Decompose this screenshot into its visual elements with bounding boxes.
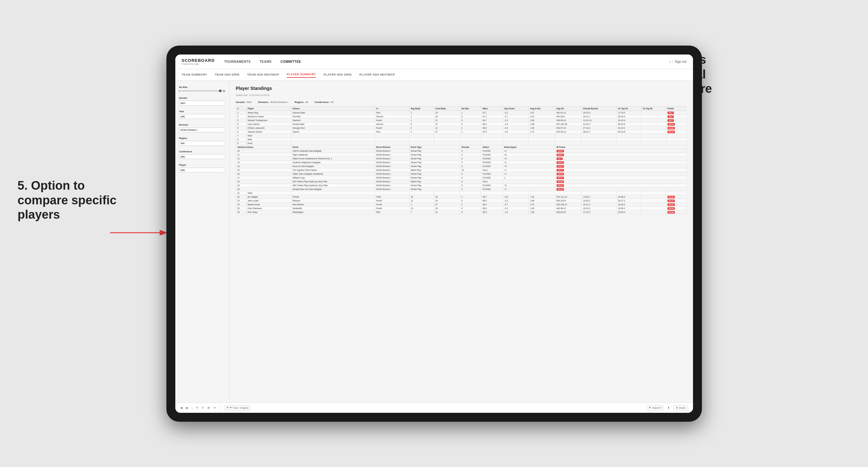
year-label: Year xyxy=(179,110,225,113)
th-adj-score: Adj. Score xyxy=(503,106,528,111)
table-row: 22 Ian Gilligan Florida Third 10 24 1 68… xyxy=(236,195,686,198)
table-header-row: # Player School Yr Reg Rank Conf Rank No… xyxy=(236,106,686,111)
gender-label: Gender xyxy=(179,97,225,99)
tooltip-row: 11 Tiger Invitational NCAA Division I St… xyxy=(236,153,686,157)
player-select[interactable]: (All) xyxy=(179,168,225,173)
th-player: Player xyxy=(246,106,291,111)
region-label: Region xyxy=(179,137,225,139)
eye-icon: 👁 xyxy=(226,406,229,409)
th-conf-rank: Conf Rank xyxy=(434,106,460,111)
th-no-rds: No Rds. xyxy=(460,106,481,111)
sub-nav-team-h2h-heatmap[interactable]: TEAM H2H HEATMAP xyxy=(247,72,279,77)
center-panel: Player Standings Update time: 27/01/2024… xyxy=(229,81,693,403)
nav-links: TOURNAMENTS TEAMS COMMITTEE xyxy=(224,59,670,65)
nav-committee[interactable]: COMMITTEE xyxy=(280,59,301,65)
sidebar: No Rds. 4 52 Gender xyxy=(175,81,229,403)
table-row: 5 Christo Lamprecht Georgia Tech Fourth … xyxy=(236,126,686,130)
table-row: 9 Prest xyxy=(236,141,686,145)
outer-background: 5. Option to compare specific players 4.… xyxy=(0,0,868,467)
sidebar-region: Region N/A xyxy=(179,137,225,146)
filter-row: Gender: Men Division: NCAA Division I Re… xyxy=(236,101,687,103)
sub-nav-team-summary[interactable]: TEAM SUMMARY xyxy=(182,72,207,77)
th-overall: Overall Record xyxy=(582,106,617,111)
no-rds-min: 4 xyxy=(179,90,180,92)
table-row: 23 Jack Lundin Missouri Fourth 11 24 0 6… xyxy=(236,198,686,203)
division-label: Division xyxy=(179,123,225,126)
sidebar-division: Division NCAA Division I xyxy=(179,123,225,132)
paste-button[interactable]: ⊞ xyxy=(208,406,210,409)
tablet-screen: SCOREBOARD Powered by clippi TOURNAMENTS… xyxy=(175,55,693,413)
tooltip-row: 17 Williams Cup NCAA Division I Stroke P… xyxy=(236,176,686,180)
tooltip-row: 16 Fallen Oak Collegiate Invitational NC… xyxy=(236,172,686,176)
sign-out-button[interactable]: Sign out xyxy=(675,60,687,63)
tooltip-row: 10 UNCW Seahawk Intercollegiate NCAA Div… xyxy=(236,149,686,153)
table-row: 26 Petr Hruby Washington Fifth 7 23 0 68… xyxy=(236,210,686,214)
tooltip-row: 15 The Cypress Point Classic NCAA Divisi… xyxy=(236,168,686,172)
filter-division: Division: NCAA Division I xyxy=(258,101,288,103)
table-row: 3 Michael Thorbjornsen Stanford Fourth 1… xyxy=(236,118,686,122)
logo-area: SCOREBOARD Powered by clippi xyxy=(182,58,215,65)
nav-tournaments[interactable]: TOURNAMENTS xyxy=(224,59,251,65)
tooltip-row: 12 Wake Forest Invitational at Pinehurst… xyxy=(236,157,686,160)
annotation-left: 5. Option to compare specific players xyxy=(18,179,120,222)
sub-nav-player-h2h-grid[interactable]: PLAYER H2H GRID xyxy=(323,72,352,77)
toolbar-divider-2 xyxy=(220,405,220,410)
filter-gender: Gender: Men xyxy=(236,101,252,103)
th-wins: Wins xyxy=(481,106,503,111)
back-button[interactable]: ◀ xyxy=(180,406,182,409)
division-select[interactable]: NCAA Division I xyxy=(179,127,225,132)
watch-label: Watch ▾ xyxy=(652,406,661,409)
slider-fill xyxy=(181,91,221,91)
table-row: 24 Bastien Amat New Mexico Fourth 1 27 2… xyxy=(236,203,686,206)
sidebar-conference: Conference (All) xyxy=(179,150,225,159)
table-row: 21 Tachi xyxy=(236,191,686,195)
logo-text: SCOREBOARD xyxy=(182,58,215,63)
no-rds-label: No Rds. xyxy=(179,86,225,89)
conference-select[interactable]: (All) xyxy=(179,154,225,159)
sub-nav-team-h2h-grid[interactable]: TEAM H2H GRID xyxy=(215,72,240,77)
no-rds-slider-row: 4 52 xyxy=(179,90,225,92)
no-rds-slider[interactable] xyxy=(181,91,221,91)
table-row: 25 Cole Sherwood Vanderbilt Fourth 12 23… xyxy=(236,206,686,210)
watch-icon: 👁 xyxy=(649,406,651,409)
th-num: # xyxy=(236,106,246,111)
table-row: 8 Mats xyxy=(236,137,686,141)
table-row: 4 Luke Clanton Florida State Second 5 27… xyxy=(236,122,686,126)
th-points: Points xyxy=(666,106,686,111)
panel-title: Player Standings xyxy=(236,86,272,91)
tooltip-row: 18 SEC Match Play hosted by Jerry Pate N… xyxy=(236,180,686,183)
th-reg-rank: Reg Rank xyxy=(409,106,434,111)
year-select[interactable]: (All) xyxy=(179,114,225,119)
watch-button[interactable]: 👁 Watch ▾ xyxy=(647,405,664,410)
sidebar-gender: Gender Men xyxy=(179,97,225,105)
refresh-button[interactable]: ↻ xyxy=(196,406,198,409)
sub-nav-player-h2h-heatmap[interactable]: PLAYER H2H HEATMAP xyxy=(360,72,395,77)
nav-separator: ▸ | xyxy=(670,60,673,63)
player-standings-table: # Player School Yr Reg Rank Conf Rank No… xyxy=(236,106,687,214)
share-button[interactable]: ⬆ Share xyxy=(674,405,688,410)
sub-nav-player-summary[interactable]: PLAYER SUMMARY xyxy=(287,71,316,78)
download-button[interactable]: ⬇ xyxy=(668,406,670,409)
sidebar-year: Year (All) xyxy=(179,110,225,119)
table-row-highlighted: 6 Jackson Kolson Auburn First 2 27 1 67.… xyxy=(236,130,686,133)
tooltip-header-row: Jackson Kolson Event Event Division Even… xyxy=(236,145,686,149)
view-button[interactable]: 👁 👁 View: Original xyxy=(224,405,251,410)
bottom-toolbar: ◀ ▶ ↻ ⎘ ⊞ ⏱ 👁 👁 View: Original 👁 Watch ▾… xyxy=(175,403,693,413)
tooltip-row: 19 SEC Stroke Play hosted by Jerry Pate … xyxy=(236,183,686,187)
filter-conference: Conference: All xyxy=(315,101,334,103)
th-yr: Yr xyxy=(375,106,409,111)
forward-button[interactable]: ▶ xyxy=(186,406,188,409)
timer-button[interactable]: ⏱ xyxy=(214,406,216,409)
top-nav: SCOREBOARD Powered by clippi TOURNAMENTS… xyxy=(175,55,693,69)
nav-teams[interactable]: TEAMS xyxy=(260,59,272,65)
copy-button[interactable]: ⎘ xyxy=(202,406,204,409)
tooltip-row: 20 Mirabel Maui Jim Intercollegiate NCAA… xyxy=(236,187,686,191)
no-rds-max: 52 xyxy=(223,90,225,92)
main-content: No Rds. 4 52 Gender xyxy=(175,81,693,403)
tooltip-row: 13 Southern Highlands Collegiate NCAA Di… xyxy=(236,160,686,164)
player-label: Player xyxy=(179,163,225,166)
th-school: School xyxy=(291,106,375,111)
gender-select[interactable]: Men xyxy=(179,101,225,105)
region-select[interactable]: N/A xyxy=(179,141,225,146)
th-avg-sg: Avg SG xyxy=(555,106,582,111)
